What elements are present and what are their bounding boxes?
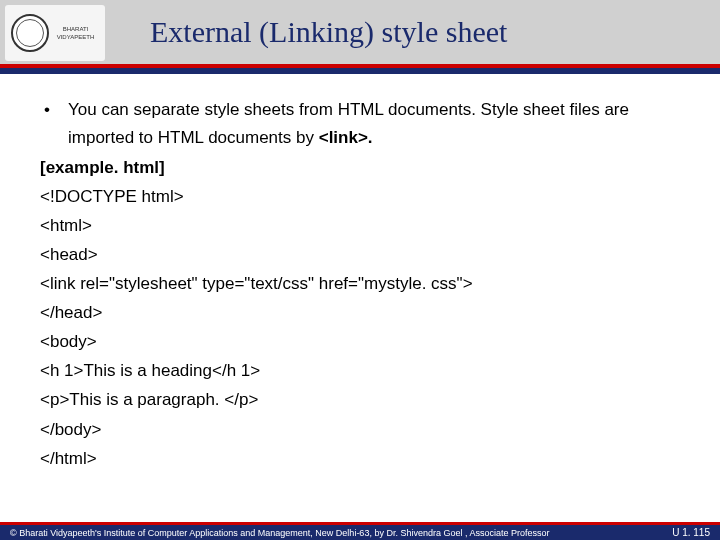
code-line: <body> (40, 328, 680, 356)
bullet-marker: • (40, 96, 68, 124)
slide-footer: © Bharati Vidyapeeth's Institute of Comp… (0, 522, 720, 540)
slide-content: • You can separate style sheets from HTM… (0, 68, 720, 483)
slide-title: External (Linking) style sheet (120, 15, 507, 49)
institution-logo: BHARATI VIDYAPEETH (5, 5, 105, 61)
code-line: <html> (40, 212, 680, 240)
code-line: </html> (40, 445, 680, 473)
code-line: <!DOCTYPE html> (40, 183, 680, 211)
code-line: <h 1>This is a heading</h 1> (40, 357, 680, 385)
logo-emblem (11, 14, 49, 52)
code-line: </body> (40, 416, 680, 444)
slide-header: BHARATI VIDYAPEETH External (Linking) st… (0, 0, 720, 68)
bullet-item: • You can separate style sheets from HTM… (40, 96, 680, 152)
example-label: [example. html] (40, 154, 680, 182)
code-line: <p>This is a paragraph. </p> (40, 386, 680, 414)
footer-copyright: © Bharati Vidyapeeth's Institute of Comp… (10, 528, 549, 538)
bullet-text: You can separate style sheets from HTML … (68, 96, 680, 152)
code-line: <head> (40, 241, 680, 269)
logo-text: BHARATI VIDYAPEETH (52, 25, 100, 41)
footer-page-number: U 1. 115 (672, 527, 710, 538)
code-line: </head> (40, 299, 680, 327)
link-tag-bold: <link>. (319, 128, 373, 147)
code-line: <link rel="stylesheet" type="text/css" h… (40, 270, 680, 298)
